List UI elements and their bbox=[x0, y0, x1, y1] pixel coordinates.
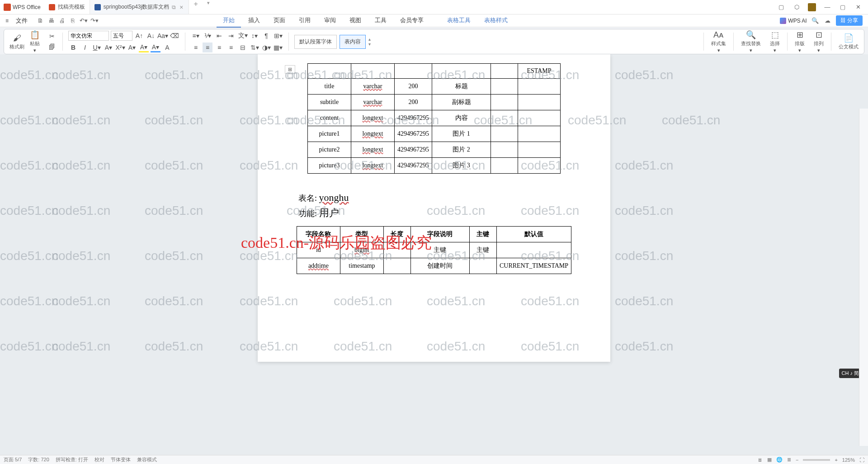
clone-icon[interactable]: ⧉ bbox=[172, 4, 176, 10]
ruler-icon[interactable]: ⊞▾ bbox=[273, 31, 283, 41]
export-icon[interactable]: ⎘ bbox=[68, 16, 77, 25]
tab-label: springboot5p43j数据库文档 bbox=[104, 3, 169, 11]
align-right-icon[interactable]: ≡ bbox=[214, 43, 224, 52]
new-tab-button[interactable]: + bbox=[189, 0, 202, 14]
styles-button[interactable]: Aᴀ样式集▾ bbox=[709, 29, 728, 54]
para-shading-icon[interactable]: ◑▾ bbox=[261, 43, 271, 52]
zoom-in-icon[interactable]: + bbox=[835, 457, 837, 463]
find-replace-button[interactable]: 🔍查找替换▾ bbox=[739, 29, 763, 54]
tab-table-tools[interactable]: 表格工具 bbox=[441, 14, 477, 28]
format-painter-button[interactable]: 🖌格式刷 bbox=[8, 33, 26, 51]
gov-mode-button[interactable]: 📄公文模式 bbox=[837, 32, 860, 51]
redo-icon[interactable]: ↷▾ bbox=[90, 16, 99, 25]
search-icon[interactable]: 🔍 bbox=[811, 16, 820, 25]
bold-icon[interactable]: B bbox=[68, 43, 78, 52]
print-preview-icon[interactable]: 🖶 bbox=[47, 16, 56, 25]
tab-reference[interactable]: 引用 bbox=[292, 14, 317, 28]
tab-review[interactable]: 审阅 bbox=[318, 14, 342, 28]
shrink-font-icon[interactable]: A↓ bbox=[146, 31, 156, 41]
italic-icon[interactable]: I bbox=[80, 43, 90, 52]
minimize-button[interactable]: — bbox=[820, 1, 835, 14]
clear-format-icon[interactable]: ⌫ bbox=[170, 31, 179, 41]
align-justify-icon[interactable]: ≡ bbox=[226, 43, 236, 52]
superscript-icon[interactable]: X²▾ bbox=[115, 43, 125, 52]
view-outline-icon[interactable]: ≣ bbox=[787, 457, 791, 463]
line-spacing-icon[interactable]: ⇅▾ bbox=[250, 43, 259, 52]
box2-icon[interactable]: ⬡ bbox=[789, 1, 804, 14]
zoom-slider[interactable] bbox=[803, 459, 830, 461]
box1-icon[interactable]: ▢ bbox=[774, 1, 788, 14]
distribute-icon[interactable]: ⊟ bbox=[238, 43, 248, 52]
db-table-2[interactable]: 字段名称 类型 长度 字段说明 主键 默认值 idbigint主键主键 addt… bbox=[297, 226, 571, 274]
underline-icon[interactable]: U▾ bbox=[92, 43, 102, 52]
user-icon[interactable] bbox=[805, 1, 819, 14]
cut-icon[interactable]: ✂ bbox=[47, 31, 57, 41]
font-name-select[interactable] bbox=[68, 31, 109, 41]
tab-table-style[interactable]: 表格样式 bbox=[478, 14, 514, 28]
tab-insert[interactable]: 插入 bbox=[242, 14, 266, 28]
change-case-icon[interactable]: Aa▾ bbox=[158, 31, 168, 41]
tab-page[interactable]: 页面 bbox=[267, 14, 292, 28]
file-menu[interactable]: 文件 bbox=[12, 15, 31, 27]
style-table-content[interactable]: 表内容 bbox=[340, 35, 366, 49]
status-mode[interactable]: 兼容模式 bbox=[137, 456, 157, 463]
undo-icon[interactable]: ↶▾ bbox=[79, 16, 88, 25]
status-words[interactable]: 字数: 720 bbox=[28, 456, 49, 463]
font-color-icon[interactable]: A▾ bbox=[127, 43, 137, 52]
tab-view[interactable]: 视图 bbox=[343, 14, 368, 28]
style-scroll-up[interactable]: ▴ bbox=[368, 37, 371, 42]
select-button[interactable]: ⬚选择▾ bbox=[768, 29, 782, 54]
font-size-select[interactable] bbox=[111, 31, 132, 41]
align-left-icon[interactable]: ≡ bbox=[191, 43, 201, 52]
bullets-icon[interactable]: ≡▾ bbox=[191, 31, 201, 41]
status-body[interactable]: 节体变体 bbox=[111, 456, 131, 463]
tab-tools[interactable]: 工具 bbox=[368, 14, 393, 28]
sort-icon[interactable]: ↕▾ bbox=[250, 31, 259, 41]
copy-icon[interactable]: 🗐 bbox=[47, 42, 57, 52]
status-page[interactable]: 页面 5/7 bbox=[4, 456, 22, 463]
hamburger-icon[interactable]: ≡ bbox=[3, 16, 11, 26]
strike-icon[interactable]: A▾ bbox=[104, 43, 113, 52]
wps-ai-button[interactable]: WPS AI bbox=[780, 18, 807, 24]
tab-document[interactable]: springboot5p43j数据库文档 ⧉ × bbox=[90, 0, 189, 14]
print-icon[interactable]: 🖨 bbox=[57, 16, 66, 25]
tab-home[interactable]: 开始 bbox=[217, 14, 241, 28]
shading-icon[interactable]: A▾ bbox=[151, 43, 160, 52]
right-panel-strip[interactable] bbox=[859, 109, 868, 446]
db-table-1[interactable]: ESTAMP titlevarchar200标题 subtitlevarchar… bbox=[307, 63, 561, 174]
share-button[interactable]: ⛓ 分享 bbox=[836, 15, 863, 26]
paste-button[interactable]: 📋粘贴▾ bbox=[28, 29, 42, 54]
tab-template[interactable]: 找稿壳模板 bbox=[44, 0, 90, 14]
pilcrow-icon[interactable]: ¶ bbox=[261, 31, 271, 41]
close-icon[interactable]: × bbox=[179, 4, 184, 11]
outline-toggle[interactable]: ⊞ bbox=[285, 65, 295, 74]
tab-menu-button[interactable]: ▾ bbox=[203, 0, 214, 14]
cloud-icon[interactable]: ☁ bbox=[823, 16, 832, 25]
tab-member[interactable]: 会员专享 bbox=[394, 14, 430, 28]
layout-button[interactable]: ⊞排版▾ bbox=[793, 29, 807, 54]
char-border-icon[interactable]: A bbox=[162, 43, 172, 52]
align-center-icon[interactable]: ≡ bbox=[203, 43, 212, 52]
indent-icon[interactable]: ⇥ bbox=[226, 31, 236, 41]
numbering-icon[interactable]: ⅟▾ bbox=[203, 31, 212, 41]
style-scroll-down[interactable]: ▾ bbox=[368, 42, 371, 47]
view-print-icon[interactable]: ▦ bbox=[767, 457, 772, 463]
highlight-icon[interactable]: A▾ bbox=[139, 43, 149, 52]
text-dir-icon[interactable]: 文▾ bbox=[238, 31, 248, 41]
view-web-icon[interactable]: 🌐 bbox=[776, 457, 783, 463]
borders-icon[interactable]: ▦▾ bbox=[273, 43, 283, 52]
status-proof[interactable]: 校对 bbox=[94, 456, 104, 463]
zoom-out-icon[interactable]: − bbox=[796, 457, 798, 463]
view-read-icon[interactable]: 🗏 bbox=[758, 457, 763, 463]
status-spell[interactable]: 拼写检查: 打开 bbox=[56, 456, 88, 463]
document-area[interactable]: code51.cn code51.cn code51.cn code51.cn … bbox=[0, 54, 868, 455]
style-default[interactable]: 默认段落字体 bbox=[294, 35, 337, 49]
outdent-icon[interactable]: ⇤ bbox=[214, 31, 224, 41]
close-button[interactable]: ✕ bbox=[851, 1, 865, 14]
fullscreen-icon[interactable]: ⛶ bbox=[859, 457, 864, 463]
grow-font-icon[interactable]: A↑ bbox=[134, 31, 144, 41]
arrange-button[interactable]: ⊡排列▾ bbox=[812, 29, 826, 54]
maximize-button[interactable]: ▢ bbox=[835, 1, 850, 14]
zoom-value[interactable]: 125% bbox=[842, 457, 855, 463]
save-icon[interactable]: 🗎 bbox=[36, 16, 45, 25]
